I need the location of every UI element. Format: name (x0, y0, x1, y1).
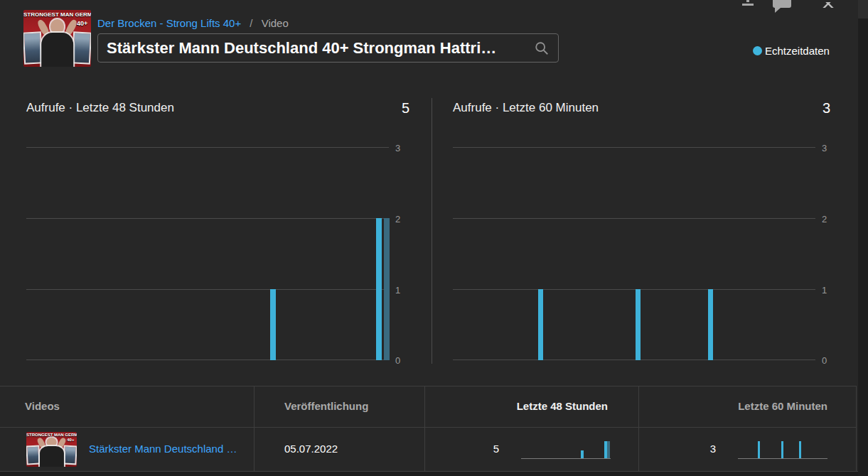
table-col-border-1 (254, 386, 254, 471)
published-date: 05.07.2022 (284, 427, 338, 471)
chart-bar-0 (270, 289, 276, 360)
thumb-side-photo-right (72, 32, 91, 65)
gridline-y2 (453, 218, 815, 219)
chart60-total: 3 (791, 100, 830, 117)
last60-sparkline (738, 440, 827, 459)
thumb-strongman-figure (50, 19, 65, 34)
last60-value: 3 (699, 427, 727, 471)
youtube-studio-realtime-panel: STRONGEST MAN GERMANY 40+ Der Brocken - … (0, 0, 868, 476)
gridline-y3 (26, 147, 389, 148)
ytick-label-3: 3 (822, 142, 827, 153)
video-title-link[interactable]: Stärkster Mann Deutschland … (89, 427, 237, 471)
last48-value: 5 (482, 427, 510, 471)
thumb-caption: STRONGEST MAN GERMANY (23, 11, 91, 18)
gridline-y0 (453, 359, 815, 360)
table-header-published: Veröffentlichung (284, 386, 368, 427)
chart-bar-1 (636, 289, 641, 360)
gridline-y0 (26, 359, 389, 360)
table-header-last60[interactable]: Letzte 60 Minuten (638, 386, 827, 427)
chart48-plot: 3210 (26, 147, 389, 360)
download-icon[interactable] (742, 0, 754, 6)
breadcrumb-channel-link[interactable]: Der Brocken - Strong Lifts 40+ (97, 17, 241, 29)
thumb-side-photo-right (63, 445, 77, 465)
thumb-torso (39, 446, 63, 467)
ytick-label-2: 2 (822, 213, 827, 224)
realtime-status: Echtzeitdaten (753, 45, 830, 57)
spark-bar-2 (607, 441, 610, 458)
download-icon-stem (746, 0, 749, 2)
search-icon[interactable] (530, 36, 554, 60)
thumb-caption-40: 40+ (67, 438, 74, 442)
spark-bar-1 (781, 441, 783, 458)
breadcrumb: Der Brocken - Strong Lifts 40+ / Video (97, 17, 289, 29)
thumb-caption: STRONGEST MAN GERMANY (26, 433, 77, 437)
charts-divider (432, 98, 432, 364)
ytick-label-1: 1 (395, 284, 400, 295)
gridline-y1 (26, 289, 389, 290)
close-icon[interactable] (822, 0, 835, 8)
breadcrumb-current-page: Video (262, 17, 289, 29)
chart-bar-2 (384, 218, 390, 360)
ytick-label-1: 1 (822, 284, 827, 295)
download-icon-tray (742, 4, 754, 6)
table-header-videos: Videos (25, 386, 60, 427)
ytick-label-0: 0 (822, 355, 827, 365)
last48-sparkline (521, 440, 611, 459)
thumb-side-photo-left (26, 445, 41, 465)
realtime-label: Echtzeitdaten (765, 45, 830, 57)
gridline-y3 (453, 147, 815, 148)
spark-bar-2 (799, 441, 801, 458)
thumb-caption-40: 40+ (77, 20, 87, 27)
chart48-title: Aufrufe · Letzte 48 Stunden (26, 101, 174, 115)
search-input-value: Stärkster Mann Deutschland 40+ Strongman… (98, 39, 530, 58)
feedback-bubble-tail (775, 8, 781, 13)
chart60-plot: 3210 (453, 147, 815, 360)
gridline-y2 (26, 218, 389, 219)
bottom-edge-strip (0, 472, 868, 476)
table-header-last48[interactable]: Letzte 48 Stunden (424, 386, 608, 427)
video-search-input[interactable]: Stärkster Mann Deutschland 40+ Strongman… (97, 33, 559, 63)
ytick-label-2: 2 (395, 213, 400, 224)
scrollbar-track[interactable] (858, 0, 868, 476)
thumb-side-photo-left (23, 32, 43, 65)
chart60-title: Aufrufe · Letzte 60 Minuten (453, 101, 599, 115)
ytick-label-3: 3 (395, 142, 400, 153)
chart-bar-1 (376, 218, 382, 360)
video-thumbnail-header[interactable]: STRONGEST MAN GERMANY 40+ (23, 10, 91, 67)
feedback-icon[interactable] (773, 0, 791, 13)
thumb-torso (41, 33, 74, 67)
breadcrumb-separator: / (250, 17, 252, 29)
spark-bar-0 (581, 450, 584, 458)
ytick-label-0: 0 (395, 355, 400, 365)
scrollbar-thumb[interactable] (858, 0, 868, 18)
spark-bar-0 (758, 441, 760, 458)
chart-bar-0 (538, 289, 543, 360)
realtime-dot-icon (753, 46, 762, 55)
chart-bar-2 (708, 289, 713, 360)
feedback-bubble-shape (773, 0, 791, 8)
video-thumbnail-row[interactable]: STRONGEST MAN GERMANY 40+ (26, 432, 77, 467)
gridline-y1 (453, 289, 815, 290)
chart48-total: 5 (370, 100, 409, 117)
table-col-border-4 (856, 386, 857, 471)
